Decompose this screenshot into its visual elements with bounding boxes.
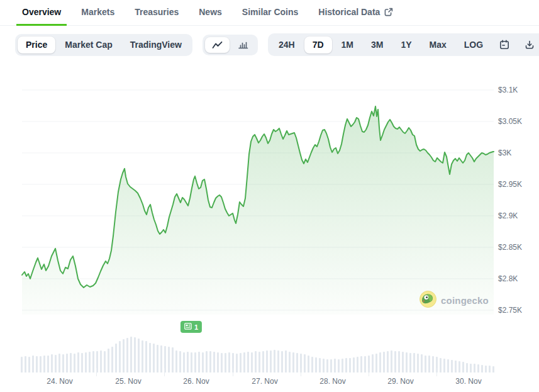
volume-bar	[213, 352, 215, 372]
volume-bar	[311, 357, 313, 372]
volume-bar	[157, 345, 158, 372]
coin-page-tabs: Overview Markets Treasuries News Similar…	[0, 0, 539, 26]
x-axis-label: 24. Nov	[47, 377, 72, 386]
volume-bar	[345, 358, 347, 372]
volume-bar	[349, 358, 351, 372]
day-separator-tick	[369, 368, 369, 376]
volume-bar	[462, 362, 464, 372]
day-separator-tick	[233, 368, 233, 376]
volume-bar	[375, 354, 377, 372]
volume-bar	[440, 358, 442, 372]
volume-bar	[281, 351, 283, 372]
volume-bar	[470, 364, 472, 372]
tab-similar-coins[interactable]: Similar Coins	[236, 0, 304, 26]
download-icon	[525, 40, 535, 50]
volume-bar	[228, 352, 230, 372]
volume-bar	[115, 344, 117, 372]
coingecko-wordmark: coingecko	[441, 295, 489, 306]
price-line-chart	[22, 81, 494, 315]
news-annotation-badge[interactable]: 1	[181, 321, 202, 333]
volume-bar	[240, 353, 242, 372]
volume-bar	[315, 357, 317, 372]
volume-bar	[28, 357, 30, 372]
tab-treasuries[interactable]: Treasuries	[129, 0, 184, 26]
range-24h-button[interactable]: 24H	[270, 36, 303, 53]
volume-bar	[58, 354, 60, 372]
tab-historical-data[interactable]: Historical Data	[313, 0, 399, 26]
volume-bar	[172, 347, 174, 372]
y-axis-price-labels: $3.1K$3.05K$3K$2.95K$2.9K$2.85K$2.8K$2.7…	[498, 81, 536, 315]
volume-bar	[108, 349, 109, 372]
range-7d-button[interactable]: 7D	[304, 36, 332, 53]
date-range-picker-button[interactable]	[492, 36, 516, 53]
volume-bar	[43, 356, 45, 372]
volume-bar	[270, 350, 272, 372]
range-1m-button[interactable]: 1M	[333, 36, 362, 53]
volume-bar	[126, 338, 128, 372]
volume-bar	[360, 356, 362, 372]
x-axis-label: 29. Nov	[387, 377, 413, 386]
metric-segmented-control: Price Market Cap TradingView	[15, 34, 192, 56]
x-axis-label: 25. Nov	[115, 377, 141, 386]
volume-bar	[357, 357, 358, 372]
metric-price-button[interactable]: Price	[18, 36, 55, 53]
volume-bar	[292, 352, 294, 372]
range-3m-button[interactable]: 3M	[363, 36, 391, 53]
volume-bar	[236, 354, 238, 372]
volume-bar	[255, 351, 257, 372]
y-axis-label: $2.95K	[498, 180, 522, 189]
coingecko-watermark: coingecko	[420, 291, 489, 310]
volume-bar	[134, 337, 136, 372]
day-separator-tick	[164, 368, 165, 376]
volume-bar	[489, 366, 491, 372]
volume-bar	[32, 356, 34, 372]
volume-bar	[111, 347, 113, 372]
volume-bar	[447, 359, 449, 372]
price-chart-plot-area[interactable]	[22, 81, 494, 315]
volume-bar	[308, 356, 309, 372]
day-separator-tick	[96, 368, 97, 376]
log-scale-button[interactable]: LOG	[456, 36, 491, 53]
y-axis-label: $2.8K	[498, 274, 518, 283]
volume-bar	[372, 354, 374, 372]
download-chart-button[interactable]	[518, 36, 539, 53]
newspaper-icon	[184, 323, 192, 331]
volume-bar	[296, 353, 298, 372]
volume-bar	[443, 359, 445, 372]
range-1y-button[interactable]: 1Y	[392, 36, 420, 53]
volume-bar	[398, 351, 400, 372]
volume-bar	[183, 352, 185, 372]
tab-overview[interactable]: Overview	[16, 0, 67, 26]
metric-tradingview-button[interactable]: TradingView	[122, 36, 190, 53]
tab-markets[interactable]: Markets	[75, 0, 120, 26]
volume-bar	[123, 339, 125, 372]
volume-bar	[383, 352, 385, 372]
volume-bar	[406, 352, 408, 372]
volume-bar	[394, 351, 396, 372]
tab-historical-data-label: Historical Data	[318, 7, 380, 17]
volume-bar	[77, 352, 79, 372]
volume-bar	[160, 345, 162, 372]
bar-chart-type-button[interactable]	[231, 37, 255, 53]
volume-bar	[138, 339, 140, 372]
volume-bar	[391, 350, 392, 372]
volume-bar	[142, 340, 143, 372]
volume-bar	[81, 353, 83, 372]
volume-bar	[47, 356, 49, 372]
price-area-fill	[22, 106, 494, 315]
volume-bar	[130, 337, 132, 372]
calendar-icon	[499, 40, 509, 50]
x-axis-label: 26. Nov	[183, 377, 209, 386]
line-chart-type-button[interactable]	[205, 37, 230, 53]
tab-news[interactable]: News	[193, 0, 228, 26]
volume-bar	[243, 352, 245, 372]
metric-market-cap-button[interactable]: Market Cap	[57, 36, 120, 53]
volume-bar	[262, 351, 264, 372]
volume-bar	[40, 356, 42, 372]
volume-bar	[330, 359, 332, 372]
x-axis-label: 30. Nov	[455, 377, 481, 386]
volume-bar	[100, 350, 102, 372]
range-max-button[interactable]: Max	[421, 36, 455, 53]
y-axis-label: $2.85K	[498, 243, 522, 252]
volume-bar	[364, 356, 366, 372]
